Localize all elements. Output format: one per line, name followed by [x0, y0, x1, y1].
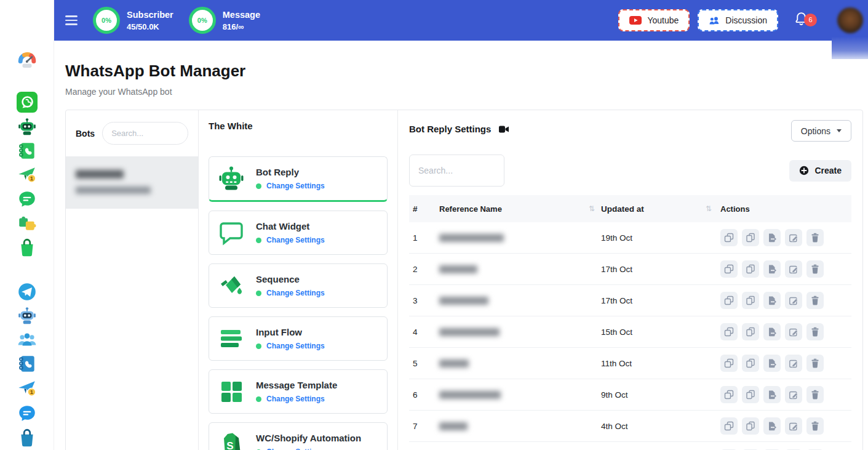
copy-button[interactable]: [742, 386, 759, 403]
delete-button[interactable]: [806, 386, 824, 403]
reference-name-redacted: [439, 360, 469, 368]
setting-card-chat-widget[interactable]: Chat Widget Change Settings: [209, 211, 388, 255]
export-button[interactable]: [763, 229, 781, 246]
telegram-chat-icon[interactable]: [17, 403, 38, 424]
export-button[interactable]: [763, 417, 781, 435]
dashboard-gauge-icon[interactable]: [17, 49, 38, 70]
create-button[interactable]: Create: [789, 160, 851, 182]
whatsapp-chat-icon[interactable]: [17, 189, 38, 210]
sort-icon[interactable]: ⇅: [589, 204, 595, 213]
whatsapp-bot-icon[interactable]: [17, 116, 38, 137]
bot-list-item-selected[interactable]: [66, 156, 198, 209]
bot-manager-card: Bots The White: [65, 110, 863, 450]
clone-button[interactable]: [720, 260, 738, 278]
delete-button[interactable]: [806, 417, 824, 435]
hamburger-menu-icon[interactable]: [65, 13, 78, 27]
clone-icon: [724, 233, 734, 243]
subscriber-stat: 0% Subscriber 45/50.0K: [93, 7, 173, 34]
row-number: 6: [409, 390, 439, 400]
table-row: 7 4th Oct: [409, 411, 851, 442]
change-settings-link[interactable]: Change Settings: [266, 236, 325, 244]
change-settings-link[interactable]: Change Settings: [266, 448, 325, 450]
clone-button[interactable]: [720, 417, 738, 435]
video-camera-icon[interactable]: [498, 125, 509, 134]
copy-button[interactable]: [742, 417, 759, 435]
page-subtitle: Manage your WhatsApp bot: [65, 87, 245, 97]
delete-button[interactable]: [806, 292, 824, 309]
copy-button[interactable]: [742, 260, 759, 278]
telegram-group-icon[interactable]: [17, 329, 38, 350]
whatsapp-shop-icon[interactable]: [17, 237, 38, 258]
sequence-icon: [217, 271, 245, 300]
copy-button[interactable]: [742, 229, 759, 246]
youtube-button[interactable]: Youtube: [618, 9, 690, 31]
edit-button[interactable]: [785, 355, 802, 372]
delete-button[interactable]: [806, 260, 824, 278]
notifications-bell-button[interactable]: 6: [794, 11, 809, 30]
setting-card-input-flow[interactable]: Input Flow Change Settings: [209, 316, 388, 361]
edit-button[interactable]: [785, 417, 802, 435]
whatsapp-contacts-icon[interactable]: [17, 140, 38, 161]
clone-button[interactable]: [720, 323, 738, 340]
edit-button[interactable]: [785, 292, 802, 309]
telegram-icon[interactable]: [17, 281, 38, 302]
bots-search-input[interactable]: [102, 122, 188, 145]
setting-card-sequence[interactable]: Sequence Change Settings: [209, 263, 388, 308]
file-export-icon: [767, 390, 777, 400]
clone-icon: [724, 327, 734, 337]
copy-button[interactable]: [742, 292, 759, 309]
export-button[interactable]: [763, 355, 781, 372]
edit-icon: [789, 327, 798, 337]
options-dropdown-button[interactable]: Options: [791, 120, 851, 142]
integration-icon[interactable]: [17, 213, 38, 234]
change-settings-link[interactable]: Change Settings: [266, 182, 325, 190]
create-label: Create: [814, 166, 842, 175]
delete-button[interactable]: [806, 229, 824, 246]
export-button[interactable]: [763, 292, 781, 309]
status-dot: [256, 291, 261, 296]
message-value: 816/∞: [223, 22, 260, 31]
delete-button[interactable]: [806, 323, 824, 340]
updated-at: 17th Oct: [601, 296, 632, 305]
sort-icon[interactable]: ⇅: [706, 204, 712, 213]
clone-button[interactable]: [720, 229, 738, 246]
replies-search-input[interactable]: [409, 155, 504, 187]
change-settings-link[interactable]: Change Settings: [266, 395, 325, 403]
discussion-button[interactable]: Discussion: [698, 9, 778, 31]
message-label: Message: [223, 10, 260, 20]
edit-button[interactable]: [785, 323, 802, 340]
export-button[interactable]: [763, 386, 781, 403]
whatsapp-icon[interactable]: [17, 92, 38, 113]
setting-card-message-template[interactable]: Message Template Change Settings: [209, 369, 388, 414]
edit-button[interactable]: [785, 229, 802, 246]
copy-button[interactable]: [742, 355, 759, 372]
change-settings-link[interactable]: Change Settings: [266, 289, 325, 297]
delete-button[interactable]: [806, 355, 824, 372]
file-export-icon: [767, 233, 777, 243]
copy-button[interactable]: [742, 323, 759, 340]
status-dot: [256, 238, 261, 243]
edit-button[interactable]: [785, 260, 802, 278]
setting-card-bot-reply[interactable]: Bot Reply Change Settings: [209, 156, 388, 202]
change-settings-link[interactable]: Change Settings: [266, 342, 325, 350]
telegram-bot-icon[interactable]: [17, 305, 38, 326]
telegram-broadcast-icon[interactable]: 1: [17, 378, 38, 399]
copy-icon: [746, 358, 755, 368]
clone-button[interactable]: [720, 355, 738, 372]
export-button[interactable]: [763, 260, 781, 278]
chevron-down-icon: [837, 129, 842, 132]
whatsapp-broadcast-icon[interactable]: 1: [17, 164, 38, 185]
reference-name-redacted: [439, 297, 488, 305]
card-title-chat-widget: Chat Widget: [256, 221, 325, 231]
edit-button[interactable]: [785, 386, 802, 403]
user-avatar[interactable]: [837, 7, 863, 33]
reference-name-redacted: [439, 328, 500, 336]
chat-widget-icon: [217, 219, 245, 247]
updated-at: 4th Oct: [601, 422, 628, 431]
telegram-shop-icon[interactable]: [17, 427, 38, 448]
export-button[interactable]: [763, 323, 781, 340]
telegram-contacts-icon[interactable]: [17, 353, 38, 374]
clone-button[interactable]: [720, 386, 738, 403]
setting-card-wc-shopify[interactable]: S WC/Shopify Automation Change Settings: [209, 422, 388, 450]
clone-button[interactable]: [720, 292, 738, 309]
